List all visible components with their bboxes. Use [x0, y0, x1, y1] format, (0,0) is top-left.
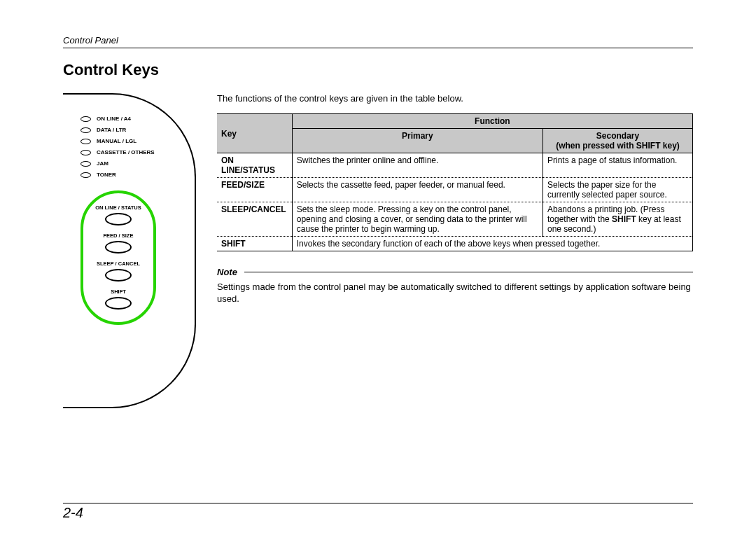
button-label: FEED / SIZE	[104, 232, 134, 239]
th-function: Function	[292, 114, 692, 129]
led-label: ON LINE / A4	[97, 116, 131, 122]
row-secondary: Selects the paper size for the currently…	[543, 178, 693, 202]
led-icon	[80, 127, 91, 133]
oval-button-icon	[105, 297, 132, 310]
th-secondary: Secondary (when pressed with SHIFT key)	[543, 129, 693, 153]
row-key: SLEEP/CANCEL	[217, 202, 292, 237]
led-label: JAM	[97, 160, 108, 167]
row-primary: Sets the sleep mode. Pressing a key on t…	[292, 202, 542, 237]
oval-button-icon	[105, 213, 132, 225]
led-label: DATA / LTR	[97, 127, 126, 133]
button-label: SHIFT	[111, 289, 126, 295]
led-row: DATA / LTR	[80, 127, 195, 133]
row-secondary: Prints a page of status information.	[543, 153, 693, 178]
control-panel-figure: ON LINE / A4 DATA / LTR MANUAL / LGL CAS…	[63, 93, 196, 408]
row-span: Invokes the secondary function of each o…	[292, 237, 692, 251]
row-primary: Selects the cassette feed, paper feeder,…	[292, 178, 542, 202]
led-row: JAM	[80, 160, 195, 167]
content-row: ON LINE / A4 DATA / LTR MANUAL / LGL CAS…	[63, 93, 693, 408]
led-icon	[80, 161, 91, 167]
row-key: SHIFT	[217, 237, 292, 251]
note-label: Note	[217, 267, 237, 277]
note-rule	[244, 272, 693, 272]
button-cluster: ON LINE / STATUS FEED / SIZE SLEEP / CAN…	[80, 190, 156, 325]
th-secondary-post: key)	[661, 141, 680, 151]
document-page: Control Panel Control Keys ON LINE / A4 …	[0, 0, 756, 535]
led-icon	[80, 172, 91, 178]
led-row: CASSETTE / OTHERS	[80, 149, 195, 155]
button-label: ON LINE / STATUS	[95, 204, 141, 211]
row-primary: Switches the printer online and offline.	[292, 153, 542, 178]
row-key: ON LINE/STATUS	[217, 153, 292, 178]
led-icon	[80, 139, 91, 144]
page-title: Control Keys	[63, 61, 693, 79]
led-icon	[80, 116, 91, 122]
led-label: CASSETTE / OTHERS	[97, 149, 155, 155]
th-secondary-bold: SHIFT	[636, 141, 661, 151]
page-number: 2-4	[63, 503, 693, 521]
intro-paragraph: The functions of the control keys are gi…	[217, 93, 693, 104]
led-icon	[80, 150, 91, 155]
th-secondary-line1: Secondary	[596, 131, 639, 141]
running-header: Control Panel	[63, 35, 693, 48]
led-row: MANUAL / LGL	[80, 138, 195, 144]
button-label: SLEEP / CANCEL	[97, 260, 140, 267]
oval-button-icon	[105, 241, 132, 253]
note-heading-row: Note	[217, 267, 693, 277]
th-key: Key	[217, 114, 292, 153]
note-body: Settings made from the control panel may…	[217, 282, 693, 305]
right-column: The functions of the control keys are gi…	[217, 93, 693, 408]
section-name: Control Panel	[63, 35, 118, 46]
th-primary: Primary	[292, 129, 542, 153]
led-row: TONER	[80, 172, 195, 178]
row-secondary: Abandons a printing job. (Press together…	[543, 202, 693, 237]
led-label: MANUAL / LGL	[97, 138, 136, 144]
th-secondary-pre: when pressed with	[559, 141, 636, 151]
led-row: ON LINE / A4	[80, 116, 195, 122]
led-label: TONER	[97, 172, 116, 178]
row-secondary-bold: SHIFT	[612, 214, 636, 224]
row-key: FEED/SIZE	[217, 178, 292, 202]
oval-button-icon	[105, 269, 132, 282]
key-function-table: Key Function Primary Secondary (when pre…	[217, 113, 693, 251]
